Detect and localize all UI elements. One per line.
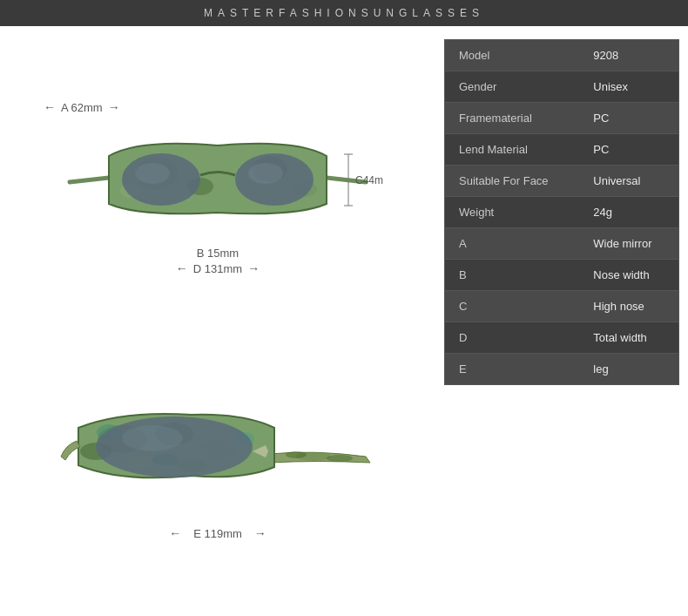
dimension-b-label: B 15mm xyxy=(197,247,239,260)
spec-row: CHigh nose xyxy=(445,291,679,322)
spec-row: Model9208 xyxy=(445,40,679,71)
arrow-left-a: ← xyxy=(44,100,56,114)
spec-value: 24g xyxy=(579,197,678,228)
svg-point-8 xyxy=(135,163,170,184)
arrow-right-d: → xyxy=(247,261,260,275)
svg-point-28 xyxy=(122,425,183,451)
arrow-right-a: → xyxy=(108,100,120,114)
spec-value: Total width xyxy=(579,322,678,354)
spec-value: PC xyxy=(579,134,678,166)
dimension-a-text: A 62mm xyxy=(61,101,103,114)
specs-table: Model9208GenderUnisexFramematerialPCLend… xyxy=(444,39,679,385)
spec-label: Gender xyxy=(445,71,580,103)
spec-label: A xyxy=(445,228,580,260)
spec-value: PC xyxy=(579,103,678,134)
spec-value: Unisex xyxy=(579,71,678,103)
spec-label: D xyxy=(445,322,580,354)
spec-label: C xyxy=(445,291,580,322)
spec-row: Suitable For FaceUniversal xyxy=(445,166,679,197)
glasses-side-svg xyxy=(52,389,383,519)
spec-row: DTotal width xyxy=(445,322,679,354)
main-content: ← A 62mm → xyxy=(0,26,688,614)
arrow-left-e: ← xyxy=(169,526,181,540)
dimension-a-label: ← A 62mm → xyxy=(44,100,120,114)
spec-value: High nose xyxy=(579,291,678,322)
dimension-d-row: ← D 131mm → xyxy=(176,261,260,275)
site-header: MASTERFASHIONSUNGLASSES xyxy=(0,0,688,26)
dimension-e-text: E 119mm xyxy=(186,527,249,540)
spec-label: Suitable For Face xyxy=(445,166,580,197)
dimension-e-row: ← E 119mm → xyxy=(169,526,266,540)
spec-row: FramematerialPC xyxy=(445,103,679,134)
left-panel: ← A 62mm → xyxy=(0,26,435,614)
svg-point-17 xyxy=(286,451,307,458)
dimension-d-text: D 131mm xyxy=(193,262,242,275)
svg-text:C44mm: C44mm xyxy=(355,174,383,186)
svg-point-10 xyxy=(248,163,283,184)
header-title: MASTERFASHIONSUNGLASSES xyxy=(204,7,484,19)
svg-point-16 xyxy=(327,455,353,462)
spec-label: Framematerial xyxy=(445,103,580,134)
spec-row: AWide mirror xyxy=(445,228,679,260)
svg-line-0 xyxy=(70,178,109,182)
right-panel: Model9208GenderUnisexFramematerialPCLend… xyxy=(435,26,688,614)
arrow-right-e: → xyxy=(254,526,266,540)
spec-row: Eleg xyxy=(445,354,679,385)
spec-row: Lend MaterialPC xyxy=(445,134,679,166)
spec-label: Model xyxy=(445,40,580,71)
spec-value: Wide mirror xyxy=(579,228,678,260)
spec-label: Lend Material xyxy=(445,134,580,166)
arrow-left-d: ← xyxy=(176,261,188,275)
spec-value: leg xyxy=(579,354,678,385)
spec-row: Weight24g xyxy=(445,197,679,228)
glasses-bottom-section: ← E 119mm → xyxy=(26,389,409,540)
spec-label: B xyxy=(445,260,580,291)
spec-value: Nose width xyxy=(579,260,678,291)
spec-value: Universal xyxy=(579,166,678,197)
spec-row: GenderUnisex xyxy=(445,71,679,103)
glasses-top-image: C44mm xyxy=(52,121,383,243)
spec-label: Weight xyxy=(445,197,580,228)
spec-value: 9208 xyxy=(579,40,678,71)
spec-label: E xyxy=(445,354,580,385)
glasses-top-section: ← A 62mm → xyxy=(26,100,409,275)
spec-row: BNose width xyxy=(445,260,679,291)
glasses-top-svg: C44mm xyxy=(52,121,383,243)
